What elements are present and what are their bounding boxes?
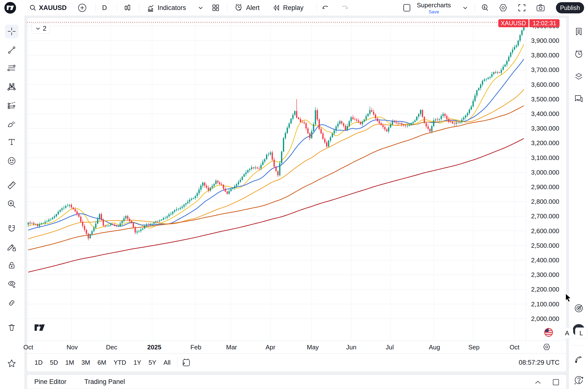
price-tick-label: 3,000.000 xyxy=(531,169,559,176)
redo-button[interactable] xyxy=(339,2,349,14)
range-button-1d[interactable]: 1D xyxy=(31,357,46,368)
price-tick-label: 3,500.000 xyxy=(531,96,559,103)
screener-icon[interactable] xyxy=(572,302,585,315)
go-to-date-icon[interactable] xyxy=(181,358,191,367)
indicators-label: Indicators xyxy=(158,4,186,12)
range-button-3m[interactable]: 3M xyxy=(78,357,94,368)
time-tick-label: Apr xyxy=(265,344,275,351)
hide-drawings-tool[interactable] xyxy=(5,277,18,291)
time-tick-label: Feb xyxy=(190,344,201,351)
zoom-in-tool[interactable] xyxy=(5,197,18,211)
alert-button[interactable]: Alert xyxy=(234,2,260,14)
separator xyxy=(475,3,475,12)
range-button-1y[interactable]: 1Y xyxy=(130,357,145,368)
save-link[interactable]: Save xyxy=(417,9,451,15)
watchlist-icon[interactable] xyxy=(572,25,585,38)
legend-collapsed-button[interactable]: 2 xyxy=(31,23,50,33)
range-button-6m[interactable]: 6M xyxy=(94,357,110,368)
xabcd-pattern-tool[interactable] xyxy=(5,80,18,94)
panel-expand-chevron-icon[interactable] xyxy=(534,379,542,386)
separator xyxy=(571,345,585,346)
utc-clock[interactable]: 08:57:29 UTC xyxy=(519,354,559,372)
favorites-star-tool[interactable] xyxy=(5,357,18,371)
compare-add-button[interactable] xyxy=(78,2,87,14)
chat-icon[interactable] xyxy=(572,92,585,105)
separator xyxy=(117,3,117,12)
emoji-tool[interactable] xyxy=(5,154,18,168)
indicators-icon xyxy=(146,3,155,12)
text-tool[interactable] xyxy=(5,135,18,149)
tab-trading-panel[interactable]: Trading Panel xyxy=(84,378,125,386)
time-axis[interactable]: OctNovDec2025FebMarAprMayJunJulAugSepOct xyxy=(27,341,567,353)
search-icon xyxy=(29,4,36,11)
symbol-name: XAUUSD xyxy=(39,4,67,12)
price-axis[interactable]: 4,000.0003,900.0003,800.0003,700.0003,60… xyxy=(526,18,567,341)
panel-maximize-icon[interactable] xyxy=(552,378,560,386)
tab-pine-editor[interactable]: Pine Editor xyxy=(34,378,66,386)
symbol-search-button[interactable]: XAUUSD xyxy=(29,2,67,14)
price-tick-label: 3,400.000 xyxy=(531,110,559,118)
drawing-lock-tool[interactable] xyxy=(5,241,18,254)
horizontal-lines-tool[interactable] xyxy=(5,61,18,75)
time-tick-label: Nov xyxy=(67,344,78,351)
layout-menu-chevron[interactable] xyxy=(462,2,468,14)
candlestick-chart[interactable] xyxy=(27,18,526,341)
forecast-tool[interactable] xyxy=(5,99,18,112)
link-tool[interactable] xyxy=(5,296,18,310)
replay-button[interactable]: Replay xyxy=(272,2,303,14)
object-tree-icon[interactable] xyxy=(572,70,585,83)
price-tick-label: 3,800.000 xyxy=(531,52,559,59)
save-layout-checkbox[interactable] xyxy=(403,2,411,14)
crosshair-tool[interactable] xyxy=(5,25,18,38)
range-button-ytd[interactable]: YTD xyxy=(110,357,130,368)
layout-grid-button[interactable] xyxy=(211,2,220,14)
fullscreen-icon[interactable] xyxy=(518,2,526,14)
lock-all-tool[interactable] xyxy=(5,259,18,272)
price-tick-label: 3,900.000 xyxy=(531,37,559,44)
ruler-tool[interactable] xyxy=(5,178,18,192)
range-button-5y[interactable]: 5Y xyxy=(145,357,160,368)
magnet-tool[interactable] xyxy=(5,222,18,236)
connection-icon[interactable] xyxy=(572,353,585,366)
time-tick-label: May xyxy=(307,344,319,351)
axis-settings-gear-icon[interactable] xyxy=(543,343,551,351)
tradingview-logo[interactable] xyxy=(4,2,16,14)
publish-button[interactable]: Publish xyxy=(556,2,584,13)
alerts-icon[interactable] xyxy=(572,48,585,60)
log-scale-button[interactable]: L xyxy=(575,327,587,339)
layout-title-block[interactable]: Supercharts Save xyxy=(417,1,451,15)
remove-drawings-tool[interactable] xyxy=(5,321,18,334)
range-button-1m[interactable]: 1M xyxy=(62,357,78,368)
price-tick-label: 3,600.000 xyxy=(531,81,559,89)
range-button-all[interactable]: All xyxy=(160,357,174,368)
separator xyxy=(227,3,227,12)
auto-scale-button[interactable]: A xyxy=(561,327,573,339)
price-tick-label: 3,100.000 xyxy=(531,154,559,162)
replay-label: Replay xyxy=(283,4,303,12)
price-tick-label: 2,500.000 xyxy=(531,242,559,249)
price-tick-label: 2,300.000 xyxy=(531,271,559,279)
help-icon[interactable] xyxy=(572,374,585,387)
chart-style-button[interactable] xyxy=(123,2,132,14)
time-tick-label: Jul xyxy=(386,344,394,351)
symbol-price-badge: XAUUSD 12:02:31 xyxy=(498,19,559,27)
price-tick-label: 2,400.000 xyxy=(531,257,559,264)
undo-button[interactable] xyxy=(322,2,331,14)
interval-button[interactable]: D xyxy=(102,2,107,14)
badge-symbol: XAUUSD xyxy=(498,19,528,27)
price-tick-label: 2,600.000 xyxy=(531,227,559,235)
snapshot-camera-icon[interactable] xyxy=(536,2,545,14)
price-tick-label: 2,800.000 xyxy=(531,198,559,205)
settings-gear-icon[interactable] xyxy=(498,2,508,14)
badge-countdown: 12:02:31 xyxy=(529,19,559,27)
market-flag-icon[interactable] xyxy=(544,327,554,337)
time-tick-label: Aug xyxy=(429,344,440,351)
quick-search-icon[interactable] xyxy=(481,2,490,14)
brush-tool[interactable] xyxy=(5,117,18,131)
range-button-5d[interactable]: 5D xyxy=(46,357,62,368)
replay-icon xyxy=(272,3,281,12)
price-tick-label: 2,100.000 xyxy=(531,300,559,308)
indicators-button[interactable]: Indicators xyxy=(146,2,186,14)
indicator-templates-chevron[interactable] xyxy=(197,2,204,14)
trend-line-tool[interactable] xyxy=(5,43,18,57)
